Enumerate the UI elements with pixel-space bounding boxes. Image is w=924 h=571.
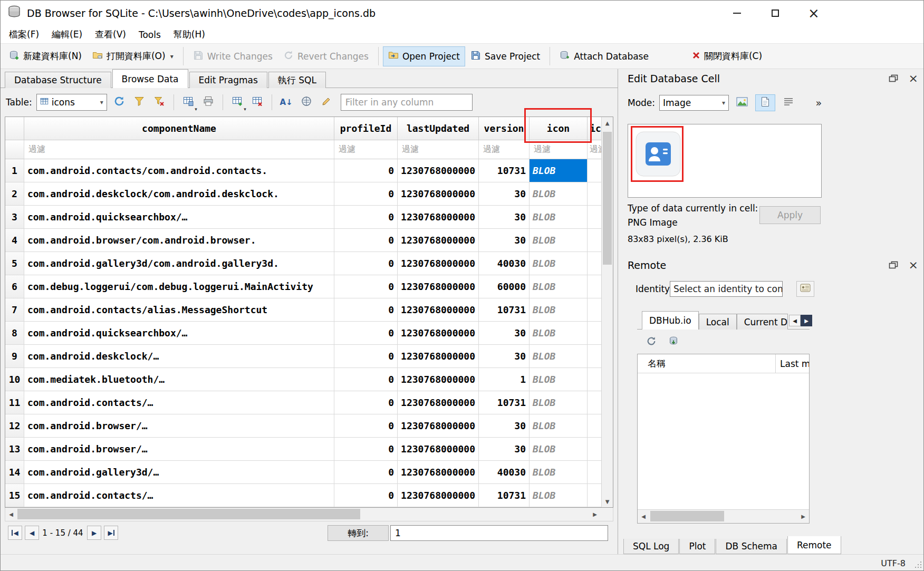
row-number[interactable]: 3 bbox=[5, 206, 24, 229]
cell-partial[interactable] bbox=[588, 345, 601, 368]
row-number[interactable]: 11 bbox=[5, 391, 24, 414]
import-data-button[interactable] bbox=[733, 95, 751, 111]
cell-profileId[interactable]: 0 bbox=[334, 414, 398, 438]
filter-componentName[interactable]: 過濾 bbox=[24, 140, 334, 159]
cell-profileId[interactable]: 0 bbox=[334, 368, 398, 391]
cell-version[interactable]: 40030 bbox=[479, 252, 530, 275]
cell-lastUpdated[interactable]: 1230768000000 bbox=[398, 414, 479, 438]
cell-version[interactable]: 10731 bbox=[479, 484, 530, 507]
cell-componentName[interactable]: com.android.deskclock/… bbox=[24, 345, 334, 368]
encoding-button[interactable] bbox=[299, 94, 314, 110]
filter-lastUpdated[interactable]: 過濾 bbox=[398, 140, 479, 159]
cell-profileId[interactable]: 0 bbox=[334, 298, 398, 322]
row-number[interactable]: 13 bbox=[5, 438, 24, 461]
column-header-lastUpdated[interactable]: lastUpdated bbox=[398, 117, 479, 140]
cell-profileId[interactable]: 0 bbox=[334, 252, 398, 275]
identity-select[interactable]: Select an identity to conne ▾ bbox=[670, 281, 783, 297]
cell-icon[interactable]: BLOB bbox=[530, 229, 588, 252]
cell-lastUpdated[interactable]: 1230768000000 bbox=[398, 484, 479, 507]
maximize-button[interactable] bbox=[760, 1, 791, 26]
first-page-button[interactable]: ◀ bbox=[8, 526, 22, 540]
insert-record-button[interactable]: ▾ bbox=[229, 94, 245, 110]
row-number[interactable]: 12 bbox=[5, 414, 24, 438]
scroll-left-arrow[interactable]: ◀ bbox=[5, 508, 17, 520]
column-header-icon[interactable]: icon bbox=[530, 117, 588, 140]
cell-componentName[interactable]: com.android.browser/… bbox=[24, 414, 334, 438]
cell-version[interactable]: 30 bbox=[479, 322, 530, 345]
menu-edit[interactable]: 編輯(E) bbox=[45, 26, 89, 43]
previous-page-button[interactable]: ◀ bbox=[25, 526, 39, 540]
row-number[interactable]: 6 bbox=[5, 275, 24, 298]
open-project-button[interactable]: Open Project bbox=[383, 46, 465, 66]
cell-icon[interactable]: BLOB bbox=[530, 182, 588, 206]
menu-file[interactable]: 檔案(F) bbox=[3, 26, 45, 43]
tab-current-database[interactable]: Current Dat bbox=[737, 314, 788, 330]
cell-partial[interactable] bbox=[588, 206, 601, 229]
menu-help[interactable]: 幫助(H) bbox=[167, 26, 211, 43]
cell-lastUpdated[interactable]: 1230768000000 bbox=[398, 206, 479, 229]
tab-database-structure[interactable]: Database Structure bbox=[5, 72, 111, 88]
cell-version[interactable]: 10731 bbox=[479, 391, 530, 414]
cell-componentName[interactable]: com.android.deskclock/com.android.deskcl… bbox=[24, 182, 334, 206]
apply-button[interactable]: Apply bbox=[759, 206, 821, 224]
filter-partial[interactable]: 過濾 bbox=[588, 140, 601, 159]
scroll-left-arrow[interactable]: ◀ bbox=[638, 510, 649, 522]
mode-select[interactable]: Image ▾ bbox=[659, 95, 729, 111]
encoding-indicator[interactable]: UTF-8 bbox=[881, 558, 906, 568]
cell-icon[interactable]: BLOB bbox=[530, 252, 588, 275]
cell-icon[interactable]: BLOB bbox=[530, 368, 588, 391]
cell-version[interactable]: 30 bbox=[479, 229, 530, 252]
filter-profileId[interactable]: 過濾 bbox=[334, 140, 398, 159]
cell-lastUpdated[interactable]: 1230768000000 bbox=[398, 368, 479, 391]
cell-version[interactable]: 1 bbox=[479, 368, 530, 391]
cell-componentName[interactable]: com.mediatek.bluetooth/… bbox=[24, 368, 334, 391]
close-dock-icon[interactable]: × bbox=[909, 259, 918, 271]
cell-lastUpdated[interactable]: 1230768000000 bbox=[398, 298, 479, 322]
cell-lastUpdated[interactable]: 1230768000000 bbox=[398, 159, 479, 182]
cell-partial[interactable] bbox=[588, 159, 601, 182]
cell-partial[interactable] bbox=[588, 461, 601, 484]
cell-componentName[interactable]: com.android.browser/… bbox=[24, 438, 334, 461]
row-number[interactable]: 7 bbox=[5, 298, 24, 322]
cell-componentName[interactable]: com.android.gallery3d/… bbox=[24, 461, 334, 484]
cell-version[interactable]: 30 bbox=[479, 182, 530, 206]
cell-componentName[interactable]: com.android.contacts/com.android.contact… bbox=[24, 159, 334, 182]
scroll-right-arrow[interactable]: ▶ bbox=[797, 510, 809, 522]
tab-db-schema[interactable]: DB Schema bbox=[716, 539, 787, 554]
tab-sql-log[interactable]: SQL Log bbox=[623, 539, 679, 554]
scroll-up-arrow[interactable]: ▲ bbox=[602, 117, 613, 129]
cell-componentName[interactable]: com.android.contacts/… bbox=[24, 484, 334, 507]
cell-icon[interactable]: BLOB bbox=[530, 206, 588, 229]
horizontal-scrollbar[interactable]: ◀ ▶ bbox=[5, 508, 613, 521]
vertical-scroll-thumb[interactable] bbox=[603, 132, 612, 265]
cell-profileId[interactable]: 0 bbox=[334, 391, 398, 414]
cell-componentName[interactable]: com.android.quicksearchbox/… bbox=[24, 322, 334, 345]
row-number[interactable]: 9 bbox=[5, 345, 24, 368]
cell-version[interactable]: 10731 bbox=[479, 159, 530, 182]
cell-partial[interactable] bbox=[588, 182, 601, 206]
cell-version[interactable]: 30 bbox=[479, 206, 530, 229]
row-number[interactable]: 14 bbox=[5, 461, 24, 484]
sort-button[interactable]: A↓ bbox=[278, 94, 294, 110]
import-certificate-button[interactable] bbox=[796, 281, 814, 297]
cell-profileId[interactable]: 0 bbox=[334, 182, 398, 206]
cell-version[interactable]: 30 bbox=[479, 438, 530, 461]
cell-profileId[interactable]: 0 bbox=[334, 345, 398, 368]
cell-componentName[interactable]: com.android.gallery3d/com.android.galler… bbox=[24, 252, 334, 275]
edit-cell-button[interactable] bbox=[319, 94, 334, 110]
column-header-componentName[interactable]: componentName bbox=[24, 117, 334, 140]
tab-remote[interactable]: Remote bbox=[787, 536, 841, 554]
tab-dbhub[interactable]: DBHub.io bbox=[642, 311, 699, 330]
close-button[interactable]: × bbox=[798, 1, 829, 26]
column-header-partial[interactable]: ic bbox=[588, 117, 601, 140]
row-number[interactable]: 4 bbox=[5, 229, 24, 252]
open-database-button[interactable]: 打開資料庫(O) ▾ bbox=[87, 46, 179, 66]
cell-lastUpdated[interactable]: 1230768000000 bbox=[398, 345, 479, 368]
cell-partial[interactable] bbox=[588, 414, 601, 438]
cell-version[interactable]: 10731 bbox=[479, 298, 530, 322]
cell-icon[interactable]: BLOB bbox=[530, 461, 588, 484]
cell-partial[interactable] bbox=[588, 275, 601, 298]
remote-refresh-button[interactable] bbox=[643, 334, 659, 350]
scroll-down-arrow[interactable]: ▼ bbox=[602, 496, 613, 507]
menu-tools[interactable]: Tools bbox=[132, 27, 167, 43]
